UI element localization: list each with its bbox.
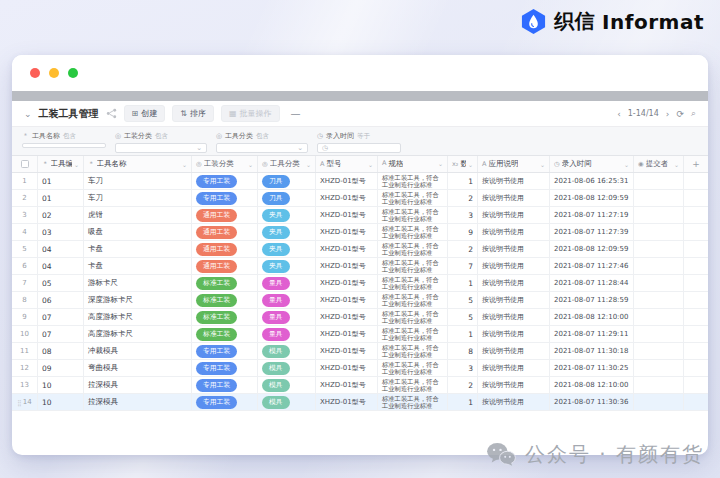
cell-tool-code[interactable]: 02 — [38, 207, 84, 223]
cell-tool-name[interactable]: 高度游标卡尺 — [84, 309, 192, 325]
row-number-cell[interactable]: 5 — [12, 241, 38, 257]
cell-submitter[interactable] — [634, 309, 684, 325]
filter-operator[interactable]: 包含 — [256, 132, 269, 141]
cell-spec[interactable]: 标准工装工具，符合工业制造行业标准 — [378, 275, 448, 291]
cell-tooling-category[interactable]: 标准工装 — [192, 292, 258, 308]
cell-tool-code[interactable]: 01 — [38, 173, 84, 189]
row-number-cell[interactable]: 2 — [12, 190, 38, 206]
row-number-cell[interactable]: 11 — [12, 343, 38, 359]
cell-quantity[interactable]: 8 — [448, 343, 478, 359]
filter-operator[interactable]: 包含 — [155, 132, 168, 141]
cell-entry-time[interactable]: 2021-08-06 16:25:31 — [550, 173, 634, 189]
cell-submitter[interactable] — [634, 275, 684, 291]
cell-application[interactable]: 按说明书使用 — [478, 292, 550, 308]
cell-spec[interactable]: 标准工装工具，符合工业制造行业标准 — [378, 241, 448, 257]
cell-spec[interactable]: 标准工装工具，符合工业制造行业标准 — [378, 377, 448, 393]
cell-spec[interactable]: 标准工装工具，符合工业制造行业标准 — [378, 343, 448, 359]
chevron-down-icon[interactable]: ⌄ — [24, 109, 32, 119]
cell-tool-category[interactable]: 模具 — [258, 360, 316, 376]
cell-quantity[interactable]: 1 — [448, 394, 478, 410]
cell-tool-name[interactable]: 深度游标卡尺 — [84, 292, 192, 308]
row-number-cell[interactable]: ⣿14 — [12, 394, 38, 410]
tool-name-filter-input[interactable] — [22, 143, 106, 148]
cell-tooling-category[interactable]: 专用工装 — [192, 360, 258, 376]
batch-actions-button[interactable]: ▦ 批量操作 — [221, 105, 280, 122]
cell-tool-code[interactable]: 06 — [38, 292, 84, 308]
cell-submitter[interactable] — [634, 190, 684, 206]
cell-application[interactable]: 按说明书使用 — [478, 343, 550, 359]
add-column-button[interactable]: + — [684, 156, 708, 172]
cell-tool-code[interactable]: 04 — [38, 241, 84, 257]
cell-spec[interactable]: 标准工装工具，符合工业制造行业标准 — [378, 360, 448, 376]
column-header-cat1[interactable]: ◎工装分类⌄ — [192, 156, 258, 172]
maximize-window-icon[interactable] — [68, 68, 78, 78]
cell-application[interactable]: 按说明书使用 — [478, 241, 550, 257]
cell-application[interactable]: 按说明书使用 — [478, 224, 550, 240]
cell-entry-time[interactable]: 2021-08-08 12:09:59 — [550, 241, 634, 257]
cell-tooling-category[interactable]: 专用工装 — [192, 343, 258, 359]
cell-model[interactable]: XHZD-01型号 — [316, 275, 378, 291]
cell-tool-name[interactable]: 拉深模具 — [84, 394, 192, 410]
cell-tool-name[interactable]: 拉深模具 — [84, 377, 192, 393]
cell-submitter[interactable] — [634, 224, 684, 240]
tool-category-filter-select[interactable]: ⌄ — [216, 143, 308, 153]
cell-quantity[interactable]: 2 — [448, 241, 478, 257]
cell-quantity[interactable]: 9 — [448, 224, 478, 240]
cell-application[interactable]: 按说明书使用 — [478, 190, 550, 206]
prev-page-icon[interactable]: ‹ — [617, 109, 621, 119]
filter-operator[interactable]: 等于 — [357, 132, 370, 141]
cell-tool-category[interactable]: 夹具 — [258, 241, 316, 257]
row-number-cell[interactable]: 3 — [12, 207, 38, 223]
cell-application[interactable]: 按说明书使用 — [478, 360, 550, 376]
cell-quantity[interactable]: 1 — [448, 173, 478, 189]
filter-operator[interactable]: 包含 — [63, 132, 76, 141]
cell-submitter[interactable] — [634, 292, 684, 308]
sort-button[interactable]: ⇅ 排序 — [172, 105, 214, 122]
row-number-cell[interactable]: 13 — [12, 377, 38, 393]
cell-application[interactable]: 按说明书使用 — [478, 173, 550, 189]
cell-model[interactable]: XHZD-01型号 — [316, 377, 378, 393]
column-header-spec[interactable]: A规格⌄ — [378, 156, 448, 172]
cell-quantity[interactable]: 5 — [448, 292, 478, 308]
cell-quantity[interactable]: 7 — [448, 258, 478, 274]
row-number-cell[interactable]: 12 — [12, 360, 38, 376]
cell-entry-time[interactable]: 2021-08-07 11:29:11 — [550, 326, 634, 342]
cell-spec[interactable]: 标准工装工具，符合工业制造行业标准 — [378, 326, 448, 342]
cell-tool-name[interactable]: 弯曲模具 — [84, 360, 192, 376]
share-icon[interactable] — [106, 108, 117, 119]
cell-spec[interactable]: 标准工装工具，符合工业制造行业标准 — [378, 394, 448, 410]
create-button[interactable]: ⊞ 创建 — [124, 105, 166, 122]
drag-handle-icon[interactable]: ⣿ — [17, 399, 20, 406]
cell-spec[interactable]: 标准工装工具，符合工业制造行业标准 — [378, 224, 448, 240]
cell-spec[interactable]: 标准工装工具，符合工业制造行业标准 — [378, 207, 448, 223]
cell-tool-code[interactable]: 04 — [38, 258, 84, 274]
cell-tool-name[interactable]: 卡盘 — [84, 258, 192, 274]
row-number-cell[interactable]: 6 — [12, 258, 38, 274]
cell-tool-code[interactable]: 07 — [38, 326, 84, 342]
cell-model[interactable]: XHZD-01型号 — [316, 360, 378, 376]
cell-tool-category[interactable]: 模具 — [258, 394, 316, 410]
cell-entry-time[interactable]: 2021-08-07 11:28:59 — [550, 292, 634, 308]
cell-tooling-category[interactable]: 通用工装 — [192, 258, 258, 274]
cell-submitter[interactable] — [634, 173, 684, 189]
cell-tool-category[interactable]: 夹具 — [258, 258, 316, 274]
row-number-cell[interactable]: 7 — [12, 275, 38, 291]
column-header-name[interactable]: ＊工具名称⌄ — [84, 156, 192, 172]
column-header-qty[interactable]: x₂数量⌄ — [448, 156, 478, 172]
cell-entry-time[interactable]: 2021-08-08 12:10:00 — [550, 377, 634, 393]
cell-entry-time[interactable]: 2021-08-08 12:09:59 — [550, 190, 634, 206]
cell-entry-time[interactable]: 2021-08-07 11:30:36 — [550, 394, 634, 410]
tooling-category-filter-select[interactable]: ⌄ — [115, 143, 207, 153]
cell-application[interactable]: 按说明书使用 — [478, 207, 550, 223]
cell-tooling-category[interactable]: 通用工装 — [192, 224, 258, 240]
cell-tool-category[interactable]: 量具 — [258, 275, 316, 291]
cell-model[interactable]: XHZD-01型号 — [316, 309, 378, 325]
next-page-icon[interactable]: › — [666, 109, 670, 119]
cell-application[interactable]: 按说明书使用 — [478, 275, 550, 291]
row-number-cell[interactable]: 8 — [12, 292, 38, 308]
row-number-cell[interactable]: 1 — [12, 173, 38, 189]
cell-spec[interactable]: 标准工装工具，符合工业制造行业标准 — [378, 258, 448, 274]
cell-model[interactable]: XHZD-01型号 — [316, 241, 378, 257]
cell-model[interactable]: XHZD-01型号 — [316, 173, 378, 189]
column-header-time[interactable]: ◷录入时间⌄ — [550, 156, 634, 172]
